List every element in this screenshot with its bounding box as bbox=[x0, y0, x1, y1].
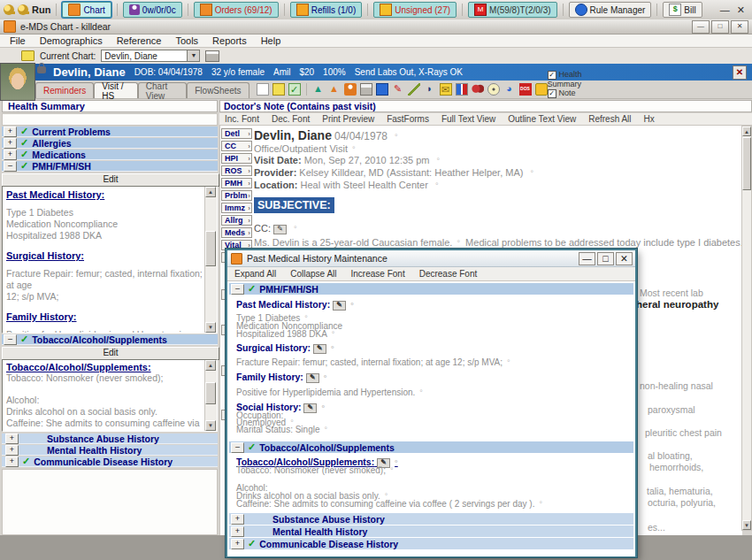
tab-flowsheets[interactable]: FlowSheets bbox=[187, 82, 249, 98]
printer-icon[interactable] bbox=[360, 83, 372, 96]
expand-icon[interactable] bbox=[231, 526, 244, 537]
health-summary-checkbox[interactable]: ✓ bbox=[548, 71, 556, 80]
expand-icon[interactable] bbox=[4, 150, 17, 160]
dialog-maximize-icon[interactable]: □ bbox=[597, 252, 614, 265]
taskbar-minimize-icon[interactable]: — bbox=[720, 4, 730, 16]
dialog-section-pmh[interactable]: PMH/FMH/SH bbox=[229, 283, 633, 295]
edit-note-icon[interactable] bbox=[306, 373, 319, 383]
nav-detl-button[interactable]: Detl› bbox=[221, 128, 252, 139]
collapse-icon[interactable] bbox=[231, 284, 244, 295]
print-icon[interactable] bbox=[205, 50, 219, 62]
scroll-up-icon[interactable]: ▲ bbox=[205, 360, 216, 371]
collapse-icon[interactable] bbox=[4, 334, 17, 345]
minimize-icon[interactable]: — bbox=[692, 20, 710, 34]
alert-icon[interactable]: ▲ bbox=[328, 83, 341, 96]
taskbar-button-rule-manager[interactable]: Rule Manager bbox=[569, 2, 652, 18]
nav-ros-button[interactable]: ROS› bbox=[221, 165, 252, 176]
dialog-section-mental-health[interactable]: Mental Health History bbox=[229, 525, 633, 537]
nav-meds-button[interactable]: Meds› bbox=[221, 227, 252, 238]
scrollbar[interactable]: ▲ ▼ bbox=[204, 360, 217, 431]
dialog-section-substance-abuse[interactable]: Substance Abuse History bbox=[229, 513, 633, 525]
hx-button[interactable]: Hx bbox=[644, 114, 655, 124]
expand-all-button[interactable]: Expand All bbox=[234, 269, 276, 279]
tab-chart-view[interactable]: Chart View bbox=[138, 82, 187, 98]
new-note-icon[interactable] bbox=[257, 83, 269, 96]
outline-text-view-button[interactable]: Outline Text View bbox=[508, 114, 576, 124]
taskbar-button-bill[interactable]: $ Bill bbox=[663, 2, 702, 18]
current-chart-select[interactable]: Devlin, Diane ▼ bbox=[101, 50, 200, 62]
dialog-minimize-icon[interactable]: — bbox=[579, 252, 595, 265]
print-preview-button[interactable]: Print Preview bbox=[322, 114, 374, 124]
nav-prblm-button[interactable]: Prblm› bbox=[221, 190, 252, 201]
section-mental-health[interactable]: Mental Health History bbox=[2, 445, 218, 456]
collapse-icon[interactable] bbox=[4, 161, 17, 172]
scroll-down-icon[interactable]: ▼ bbox=[742, 520, 751, 530]
scan-icon[interactable]: ◗ bbox=[424, 83, 436, 96]
edit-note-icon[interactable] bbox=[313, 344, 326, 354]
close-icon[interactable]: ✕ bbox=[731, 20, 748, 34]
padlock-icon[interactable] bbox=[535, 83, 548, 96]
dialog-section-tobacco[interactable]: Tobacco/Alcohol/Supplements bbox=[229, 441, 633, 453]
collapse-icon[interactable] bbox=[231, 442, 244, 453]
edit-note-icon[interactable] bbox=[273, 225, 287, 234]
menu-tools[interactable]: Tools bbox=[169, 35, 204, 46]
wand-icon[interactable] bbox=[408, 83, 420, 96]
nav-hpi-button[interactable]: HPI› bbox=[221, 153, 252, 164]
scrollbar[interactable]: ▲ ▼ bbox=[204, 187, 217, 333]
run-label[interactable]: Run bbox=[32, 4, 50, 15]
expand-icon[interactable] bbox=[5, 445, 19, 456]
scroll-down-icon[interactable]: ▼ bbox=[205, 420, 216, 431]
taskbar-button-unsigned[interactable]: Unsigned (27) bbox=[373, 2, 457, 18]
section-allergies[interactable]: Allergies bbox=[2, 138, 218, 149]
patient-icon[interactable] bbox=[344, 83, 357, 96]
note-scrollbar[interactable]: ▲ ▼ bbox=[741, 126, 752, 531]
document-icon[interactable] bbox=[376, 83, 388, 96]
section-substance-abuse[interactable]: Substance Abuse History bbox=[2, 433, 218, 444]
scroll-up-icon[interactable]: ▲ bbox=[205, 187, 216, 197]
expand-icon[interactable] bbox=[4, 138, 17, 149]
tab-reminders[interactable]: Reminders bbox=[35, 82, 94, 98]
edit-pmh-button[interactable]: Edit bbox=[2, 173, 219, 187]
nav-pmh-button[interactable]: PMH› bbox=[221, 178, 252, 188]
refresh-all-button[interactable]: Refresh All bbox=[588, 114, 631, 124]
edit-tobacco-button[interactable]: Edit bbox=[2, 347, 219, 360]
clock-icon[interactable] bbox=[487, 83, 500, 96]
expand-icon[interactable] bbox=[231, 539, 244, 549]
sign-icon[interactable]: ✓ bbox=[288, 83, 301, 96]
scroll-up-icon[interactable]: ▲ bbox=[742, 127, 751, 136]
scroll-thumb[interactable] bbox=[742, 137, 751, 190]
nav-allrg-button[interactable]: Allrg› bbox=[221, 215, 252, 226]
edit-note-icon[interactable] bbox=[333, 301, 346, 311]
menu-reports[interactable]: Reports bbox=[206, 35, 253, 46]
menu-file[interactable]: File bbox=[4, 35, 32, 46]
dos-icon[interactable]: DOS bbox=[519, 83, 532, 96]
section-medications[interactable]: Medications bbox=[2, 150, 218, 160]
taskbar-button-chart[interactable]: Chart bbox=[62, 2, 111, 18]
dec-font-button[interactable]: Dec. Font bbox=[272, 114, 310, 124]
dialog-close-icon[interactable]: ✕ bbox=[616, 252, 633, 265]
expand-icon[interactable] bbox=[5, 456, 19, 467]
expand-icon[interactable] bbox=[4, 127, 17, 137]
taskbar-button-refills[interactable]: Refills (1/0) bbox=[290, 2, 363, 18]
fastforms-button[interactable]: FastForms bbox=[387, 114, 429, 124]
nav-cc-button[interactable]: CC› bbox=[221, 141, 252, 151]
scroll-thumb[interactable] bbox=[205, 231, 216, 266]
nav-immz-button[interactable]: Immz› bbox=[221, 203, 252, 213]
note-checkbox[interactable]: ✓ bbox=[548, 89, 556, 98]
menu-demographics[interactable]: Demographics bbox=[34, 35, 109, 46]
expand-icon[interactable] bbox=[231, 514, 244, 525]
section-pmh-fmh-sh[interactable]: PMH/FMH/SH bbox=[2, 161, 218, 172]
inc-font-button[interactable]: Inc. Font bbox=[225, 114, 259, 124]
message-icon[interactable]: ✉ bbox=[440, 83, 452, 96]
maximize-icon[interactable]: □ bbox=[711, 20, 729, 34]
pen-icon[interactable]: ✎ bbox=[392, 83, 404, 96]
increase-font-button[interactable]: Increase Font bbox=[351, 269, 405, 279]
expand-icon[interactable] bbox=[5, 433, 19, 444]
edit-note-icon[interactable] bbox=[303, 403, 317, 413]
decrease-font-button[interactable]: Decrease Font bbox=[419, 269, 478, 279]
chevron-down-icon[interactable]: ▼ bbox=[187, 50, 199, 61]
section-current-problems[interactable]: Current Problems bbox=[2, 127, 218, 137]
graph-icon[interactable] bbox=[456, 83, 468, 96]
lab-icon[interactable]: ▲ bbox=[312, 83, 325, 96]
tab-visit-hs[interactable]: Visit / HS bbox=[94, 82, 137, 98]
